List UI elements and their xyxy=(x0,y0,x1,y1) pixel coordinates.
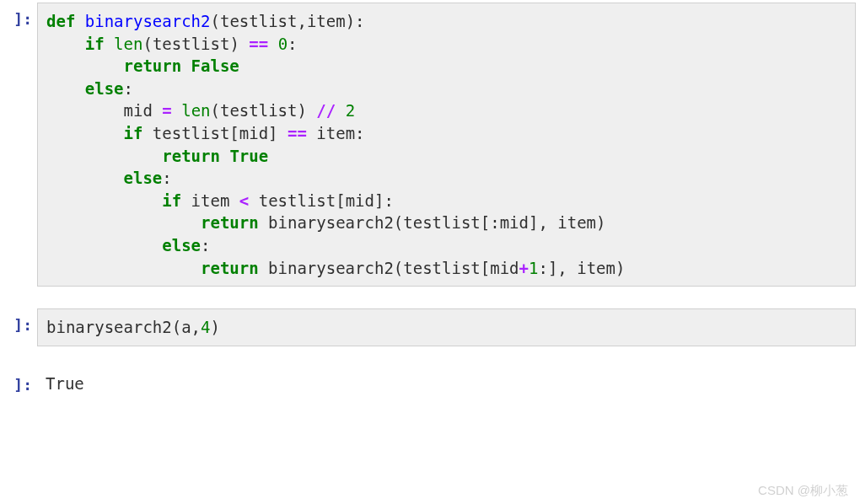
code-token xyxy=(336,101,345,120)
code-token xyxy=(75,12,84,30)
code-token xyxy=(46,191,162,210)
code-token xyxy=(46,56,124,75)
code-token: + xyxy=(519,259,529,277)
code-input-1[interactable]: def binarysearch2(testlist,item): if len… xyxy=(37,3,856,287)
code-token: else xyxy=(124,169,163,187)
code-token: binarysearch2(testlist[:mid], item) xyxy=(259,213,606,232)
code-token xyxy=(105,35,114,53)
code-token xyxy=(46,236,162,255)
code-token: 1 xyxy=(529,259,538,277)
code-token: True xyxy=(229,147,268,165)
code-token: : xyxy=(124,79,133,98)
code-token xyxy=(268,35,277,53)
code-token: binarysearch2 xyxy=(85,12,211,30)
code-token xyxy=(46,147,162,165)
code-token: len xyxy=(114,35,142,53)
code-token: if xyxy=(124,124,143,142)
code-token: // xyxy=(316,101,336,120)
code-token xyxy=(46,101,124,120)
code-cell-2: ]: binarysearch2(a,4) xyxy=(0,306,860,349)
code-token: (testlist,item): xyxy=(211,12,365,30)
code-token: testlist[mid] xyxy=(142,124,288,142)
code-token: return xyxy=(201,213,259,232)
code-token: if xyxy=(85,35,105,53)
code-token: : xyxy=(288,35,297,53)
code-token: : xyxy=(201,236,210,255)
code-token: binarysearch2(a, xyxy=(46,318,201,336)
code-token xyxy=(46,213,201,232)
code-token: if xyxy=(162,191,181,210)
code-token: == xyxy=(288,124,307,142)
prompt-out-1: ]: xyxy=(0,366,37,404)
code-token xyxy=(46,124,124,142)
code-token xyxy=(46,35,85,53)
code-cell-1: ]: def binarysearch2(testlist,item): if … xyxy=(0,0,860,289)
output-cell-1: ]: True xyxy=(0,366,860,404)
code-token xyxy=(46,169,124,187)
code-token xyxy=(172,101,181,120)
code-token: < xyxy=(239,191,249,210)
code-token: else xyxy=(162,236,201,255)
code-token: return xyxy=(162,147,220,165)
code-token: ) xyxy=(210,318,219,336)
code-token xyxy=(220,147,229,165)
code-token: 0 xyxy=(278,35,288,53)
code-token: else xyxy=(85,79,124,98)
code-input-2[interactable]: binarysearch2(a,4) xyxy=(37,308,856,346)
code-token: item: xyxy=(307,124,365,142)
code-token: False xyxy=(191,56,239,75)
code-token xyxy=(181,56,191,75)
code-token: binarysearch2(testlist[mid xyxy=(259,259,519,277)
output-text: True xyxy=(37,366,860,404)
code-token: = xyxy=(162,101,171,120)
code-token: (testlist) xyxy=(211,101,317,120)
code-token xyxy=(46,259,201,277)
code-token: mid xyxy=(124,101,163,120)
prompt-in-2: ]: xyxy=(0,306,37,349)
code-token: : xyxy=(162,169,171,187)
code-token: (testlist) xyxy=(142,35,249,53)
code-token: == xyxy=(249,35,268,53)
code-token: def xyxy=(46,12,75,30)
code-token: item xyxy=(181,191,239,210)
code-token: :], item) xyxy=(538,259,625,277)
code-token: testlist[mid]: xyxy=(249,191,394,210)
code-token: len xyxy=(181,101,210,120)
code-token: 2 xyxy=(346,101,355,120)
code-token: 4 xyxy=(201,318,210,336)
code-token: return xyxy=(201,259,259,277)
prompt-in-1: ]: xyxy=(0,0,37,289)
code-token xyxy=(46,79,85,98)
code-token: return xyxy=(124,56,182,75)
